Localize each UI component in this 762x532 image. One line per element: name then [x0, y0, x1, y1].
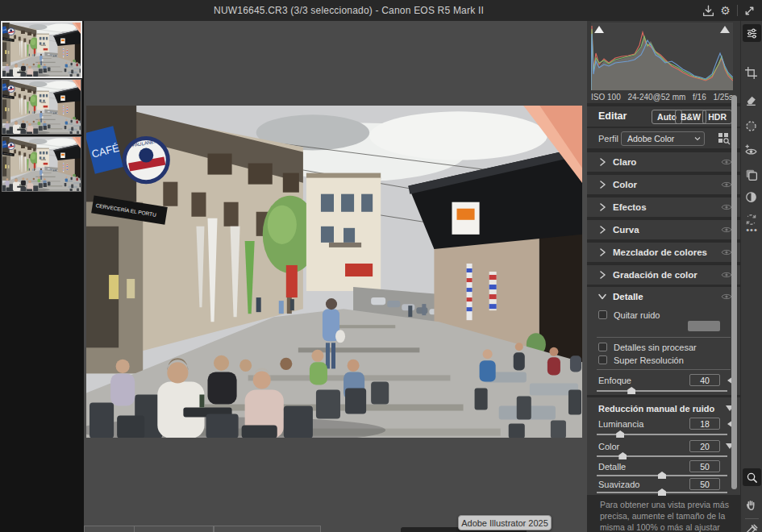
- section-label: Mezclador de colores: [613, 243, 707, 262]
- suavizado-row: Suavizado 50: [587, 478, 740, 491]
- healing-tool-icon[interactable]: [744, 94, 760, 109]
- slider-thumb[interactable]: [616, 430, 624, 438]
- eye-icon[interactable]: [721, 203, 732, 211]
- chevron-down-icon: [598, 293, 607, 301]
- enfoque-value[interactable]: 40: [689, 374, 720, 386]
- exif-aperture: f/16: [693, 92, 706, 103]
- eye-icon[interactable]: [721, 158, 732, 166]
- titlebar-divider: [737, 5, 738, 16]
- save-download-icon[interactable]: [702, 4, 715, 18]
- divider: [597, 337, 731, 338]
- section-efectos[interactable]: Efectos: [587, 197, 740, 217]
- more-tools-icon[interactable]: •••: [744, 222, 760, 238]
- fullscreen-icon[interactable]: [743, 4, 756, 18]
- red-eye-tool-icon[interactable]: [744, 143, 760, 159]
- slider-thumb[interactable]: [627, 387, 635, 394]
- title-bar: NUW16645.CR3 (3/3 seleccionado) - Canon …: [0, 0, 762, 21]
- toolbar-divider: [745, 518, 759, 519]
- eye-icon[interactable]: [721, 271, 732, 279]
- detalle-header[interactable]: Detalle: [587, 287, 740, 305]
- histogram-block: ISO 100 24-240@52 mm f/16 1/25s: [587, 21, 740, 103]
- versions-tool-icon[interactable]: [744, 190, 760, 206]
- color-value[interactable]: 20: [689, 440, 720, 452]
- profile-row: Perfil Adobe Color: [587, 127, 740, 148]
- reduccion-header[interactable]: Reducción manual de ruido: [587, 402, 740, 415]
- profile-label: Perfil: [598, 128, 618, 149]
- section-claro[interactable]: Claro: [587, 152, 740, 172]
- filmstrip-thumbnail-3[interactable]: [2, 137, 81, 191]
- checkbox-label: Detalles sin procesar: [614, 342, 697, 353]
- exif-shutter: 1/25s: [714, 92, 733, 103]
- section-label: Gradación de color: [613, 265, 697, 285]
- main-photo[interactable]: [86, 106, 582, 438]
- section-curva[interactable]: Curva: [587, 220, 740, 239]
- color-slider[interactable]: [597, 455, 727, 457]
- background-window-fragment-2: [214, 526, 321, 532]
- presets-tool-icon[interactable]: [744, 168, 760, 183]
- luminancia-row: Luminancia 18: [587, 418, 740, 430]
- slider-thumb[interactable]: [618, 452, 627, 459]
- profile-browser-icon[interactable]: [718, 132, 731, 148]
- detalle-slider[interactable]: [597, 475, 727, 476]
- histogram-plot: [591, 23, 733, 90]
- preview-note: Para obtener una vista previa más precis…: [600, 500, 729, 532]
- section-gradacion[interactable]: Gradación de color: [587, 265, 740, 285]
- suavizado-slider[interactable]: [597, 492, 727, 493]
- reduccion-title: Reducción manual de ruido: [598, 402, 714, 415]
- checkbox-label: Super Resolución: [614, 355, 684, 366]
- section-label: Curva: [613, 220, 639, 239]
- camera-raw-window: NUW16645.CR3 (3/3 seleccionado) - Canon …: [0, 0, 762, 532]
- section-label: Efectos: [613, 197, 647, 217]
- eye-icon[interactable]: [721, 226, 732, 234]
- profile-value: Adobe Color: [627, 132, 674, 145]
- street-scene-artwork: [86, 106, 582, 438]
- detalle-value[interactable]: 50: [689, 460, 720, 472]
- settings-gear-icon[interactable]: ⚙: [718, 4, 732, 18]
- exif-info: ISO 100 24-240@52 mm f/16 1/25s: [591, 92, 733, 103]
- chevron-down-icon: [694, 136, 701, 141]
- filmstrip-thumbnail-2[interactable]: [2, 80, 81, 134]
- hdr-button[interactable]: HDR: [702, 110, 732, 124]
- section-detalle: Detalle Quitar ruido Detalles sin proces…: [587, 287, 740, 395]
- profile-select[interactable]: Adobe Color: [621, 131, 705, 146]
- masking-tool-icon[interactable]: [744, 119, 760, 135]
- chevron-right-icon: [598, 247, 606, 257]
- eye-icon[interactable]: [721, 293, 732, 301]
- edit-panel: ISO 100 24-240@52 mm f/16 1/25s Editar A…: [587, 21, 740, 532]
- edit-tool-icon[interactable]: [743, 24, 761, 42]
- slider-label: Enfoque: [598, 374, 631, 387]
- crop-tool-icon[interactable]: [744, 66, 760, 81]
- chevron-right-icon: [598, 157, 606, 167]
- zoom-tool-icon[interactable]: [743, 468, 761, 486]
- panel-scrollbar[interactable]: [731, 95, 737, 489]
- luminancia-value[interactable]: 18: [689, 418, 720, 430]
- edit-panel-title: Editar: [598, 106, 627, 127]
- hand-tool-icon[interactable]: [744, 498, 760, 513]
- filmstrip: [0, 21, 84, 532]
- divider: [597, 369, 731, 370]
- checkbox-box: [598, 355, 607, 364]
- section-color[interactable]: Color: [587, 175, 740, 194]
- chevron-right-icon: [598, 270, 606, 280]
- eye-icon[interactable]: [721, 248, 732, 256]
- enfoque-slider[interactable]: [597, 390, 727, 392]
- checkbox-label: Quitar ruido: [614, 310, 660, 321]
- eye-icon[interactable]: [721, 181, 732, 189]
- exif-iso: ISO 100: [591, 92, 621, 103]
- luminancia-slider[interactable]: [597, 434, 727, 435]
- slider-label: Luminancia: [598, 418, 643, 430]
- chevron-right-icon: [598, 225, 606, 235]
- filmstrip-thumbnail-1[interactable]: [2, 23, 81, 77]
- detalle-title: Detalle: [613, 289, 643, 305]
- bw-button[interactable]: B&W: [675, 110, 706, 124]
- histogram[interactable]: [591, 23, 733, 90]
- suavizado-value[interactable]: 50: [689, 478, 720, 490]
- section-mezclador[interactable]: Mezclador de colores: [587, 243, 740, 262]
- slider-label: Detalle: [598, 460, 626, 473]
- color-sampler-tool-icon[interactable]: [744, 524, 760, 532]
- detalle-row: Detalle 50: [587, 460, 740, 473]
- slider-label: Color: [598, 440, 619, 453]
- section-label: Claro: [613, 152, 636, 172]
- section-label: Color: [613, 175, 637, 194]
- tool-rail: •••: [740, 21, 762, 532]
